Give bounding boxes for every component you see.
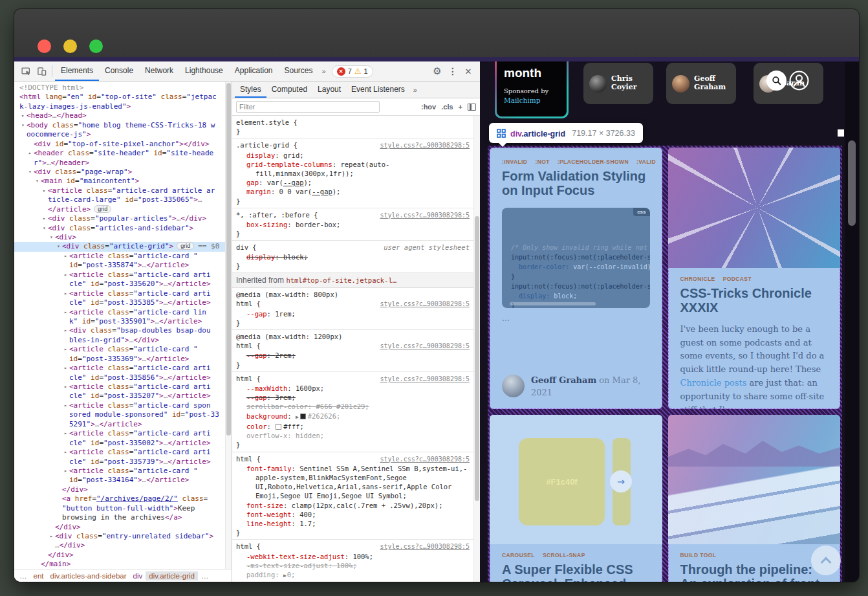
dom-node-line[interactable]: ▸<article class="article-card " (14, 252, 225, 261)
dom-node-line[interactable]: ▾<div> (14, 233, 225, 242)
article-card-carousel[interactable]: #F1c40f → CAROUSELSCROLL-SNAP A Super Fl… (490, 415, 662, 582)
dom-node-line[interactable]: ▸<article class="article-card arti (14, 364, 225, 373)
dom-node-line[interactable]: oocommerce-js"> (14, 130, 225, 139)
article-byline[interactable]: Geoff Grahamon Mar 8, 2021 (502, 366, 650, 398)
close-window-button[interactable] (38, 39, 51, 53)
dom-node-line[interactable]: <!DOCTYPE html> (14, 83, 225, 93)
css-rule[interactable]: *, :after, :before {style.css?c…90030829… (232, 208, 473, 241)
article-tag[interactable]: CHRONICLE (680, 276, 715, 282)
new-style-rule-button[interactable]: + (459, 103, 462, 111)
stylesheet-link[interactable]: style.css?c…900308298:5 (375, 300, 470, 309)
css-property[interactable]: font-family: Sentinel SSm A,Sentinel SSm… (236, 464, 470, 501)
collapse-arrow-icon[interactable]: ▾ (34, 177, 41, 186)
dom-node-line[interactable]: id="post-335874">…</article> (14, 261, 225, 270)
expand-arrow-icon[interactable]: ▸ (62, 345, 69, 354)
dom-node-line[interactable]: cle" id="post-335002">…</article> (14, 439, 225, 448)
css-property[interactable]: color: #fff; (236, 422, 470, 431)
expand-arrow-icon[interactable]: ▸ (62, 270, 69, 280)
scrollbar-thumb[interactable] (848, 140, 856, 226)
dom-node-line[interactable]: browsing in the archives</a> (14, 513, 225, 522)
dom-node-line[interactable]: k" id="post-335901">…</article> (14, 317, 225, 326)
expand-arrow-icon[interactable]: ▸ (62, 326, 69, 335)
css-property[interactable]: --gap: 1rem; (236, 309, 470, 318)
sidebar-pane-icon[interactable] (468, 104, 476, 111)
dom-node-line[interactable]: </article>grid (14, 205, 225, 214)
breadcrumb-ellipsis[interactable]: … (198, 571, 212, 580)
devtools-tab-console[interactable]: Console (99, 61, 139, 81)
breadcrumb-item[interactable]: ent (30, 571, 47, 580)
expand-arrow-icon[interactable]: ▸ (41, 186, 48, 195)
stylesheet-link[interactable]: style.css?c…900308298:5 (375, 375, 470, 384)
dom-node-line[interactable]: </div> (14, 551, 225, 560)
dom-node-line[interactable]: sored module-sponsored" id="post-33 (14, 410, 225, 419)
css-rule[interactable]: element.style {} (232, 116, 473, 138)
collapse-arrow-icon[interactable]: ▾ (19, 121, 27, 130)
devtools-tab-elements[interactable]: Elements (55, 61, 99, 81)
dom-node-line[interactable]: ▸<article class="article-card arti (14, 429, 225, 438)
css-property[interactable]: --maxWidth: 1600px; (236, 384, 470, 393)
css-rule[interactable]: html {style.css?c…900308298:5-webkit-tex… (232, 540, 473, 582)
styles-tab-computed[interactable]: Computed (266, 82, 312, 98)
devtools-tab-sources[interactable]: Sources (279, 61, 319, 81)
article-tag[interactable]: BUILD TOOL (680, 552, 717, 558)
stylesheet-link[interactable]: style.css?c…900308298:5 (375, 542, 470, 551)
settings-gear-icon[interactable]: ⚙ (429, 63, 445, 80)
dom-node-line[interactable]: cle" id="post-335856">…</article> (14, 373, 225, 382)
article-card-form-validation[interactable]: :INVALID:NOT:PLACEHOLDER-SHOWN:VALIDFOCU… (490, 148, 662, 409)
css-property[interactable]: box-sizing: border-box; (236, 220, 470, 229)
dom-node-line[interactable]: ▸<div class="bsap-doubles bsap-dou (14, 326, 225, 335)
styles-tab-styles[interactable]: Styles (235, 82, 266, 98)
elements-scrollbar[interactable] (225, 82, 232, 569)
dom-node-line[interactable]: k-lazy-images-js-enabled"> (14, 102, 225, 111)
account-icon[interactable] (788, 70, 810, 91)
css-property[interactable]: padding: ▶0; (236, 570, 470, 580)
color-swatch[interactable] (300, 414, 306, 419)
stylesheet-link[interactable]: style.css?c…900308298:5 (375, 141, 470, 150)
css-property[interactable]: display: block; (236, 252, 470, 261)
breadcrumb-ellipsis[interactable]: … (16, 571, 30, 580)
css-rule[interactable]: @media (max-width: 800px)html {style.css… (232, 288, 473, 330)
dom-node-line[interactable]: …</div> (14, 541, 225, 550)
dom-node-line[interactable]: ▸<article class="article-card article ar (14, 186, 225, 195)
dom-node-line[interactable]: cle" id="post-335385">…</article> (14, 298, 225, 307)
dom-node-line[interactable]: id="post-334164">…</article> (14, 476, 225, 485)
page-scrollbar[interactable] (845, 61, 859, 582)
article-tag[interactable]: SCROLL-SNAP (543, 552, 585, 558)
article-title[interactable]: CSS-Tricks Chronicle XXXIX (680, 286, 829, 315)
css-property[interactable]: --gap: 3rem; (236, 393, 470, 402)
expand-arrow-icon[interactable]: ▸ (41, 214, 48, 223)
minimize-window-button[interactable] (63, 39, 77, 53)
css-rule[interactable]: html {style.css?c…900308298:5--maxWidth:… (232, 372, 473, 452)
dom-node-line[interactable]: ▾<main id="maincontent"> (14, 177, 225, 186)
expand-arrow-icon[interactable]: ▸ (27, 149, 34, 158)
article-tag[interactable]: :PLACEHOLDER-SHOWN (558, 159, 629, 165)
css-property[interactable]: display: grid; (236, 151, 470, 160)
styles-tab-event-listeners[interactable]: Event Listeners (346, 82, 410, 98)
author-chip-chris[interactable]: Chris Coyier (583, 63, 653, 104)
devtools-tab-lighthouse[interactable]: Lighthouse (179, 61, 229, 81)
scroll-to-top-button[interactable] (811, 546, 841, 575)
breadcrumb-item[interactable]: div.article-grid (146, 571, 198, 580)
article-title[interactable]: Form Validation Styling on Input Focus (502, 169, 650, 198)
css-property[interactable]: grid-template-columns: repeat(auto-fill,… (236, 160, 470, 178)
dom-node-line[interactable]: "button button-full-width">Keep (14, 504, 225, 513)
expand-arrow-icon[interactable]: ▸ (62, 429, 69, 438)
promo-sponsor-link[interactable]: Mailchimp (504, 96, 559, 104)
dom-node-line[interactable]: ▸<head>…</head> (14, 111, 225, 120)
css-property[interactable]: font-size: clamp(12px,calc(.7rem + .25vw… (236, 501, 470, 510)
color-swatch[interactable] (276, 424, 281, 430)
dom-node-line[interactable]: r">…</header> (14, 159, 225, 168)
dom-node-line[interactable]: </main> (14, 560, 225, 569)
author-chip-geoff[interactable]: Geoff Graham (666, 63, 736, 104)
article-title[interactable]: Through the pipeline: An exploration of … (680, 562, 829, 582)
breadcrumb-item[interactable]: div.articles-and-sidebar (47, 571, 130, 580)
inherited-node-link[interactable]: html#top-of-site.jetpack-l… (286, 276, 396, 284)
stylesheet-link[interactable]: style.css?c…900308298:5 (375, 342, 470, 351)
zoom-window-button[interactable] (89, 39, 103, 53)
dom-node-line[interactable]: ▸<div class="entry-unrelated sidebar"> (14, 532, 225, 541)
css-rule[interactable]: .article-grid {style.css?c…900308298:5di… (232, 138, 473, 208)
sponsor-promo-card[interactable]: month Sponsored by Mailchimp (495, 61, 569, 118)
article-card-chronicle[interactable]: CHRONICLEPODCAST CSS-Tricks Chronicle XX… (668, 148, 841, 409)
dom-node-line[interactable]: ▸<article class="article-card spon (14, 401, 225, 410)
devtools-tab-application[interactable]: Application (229, 61, 279, 81)
